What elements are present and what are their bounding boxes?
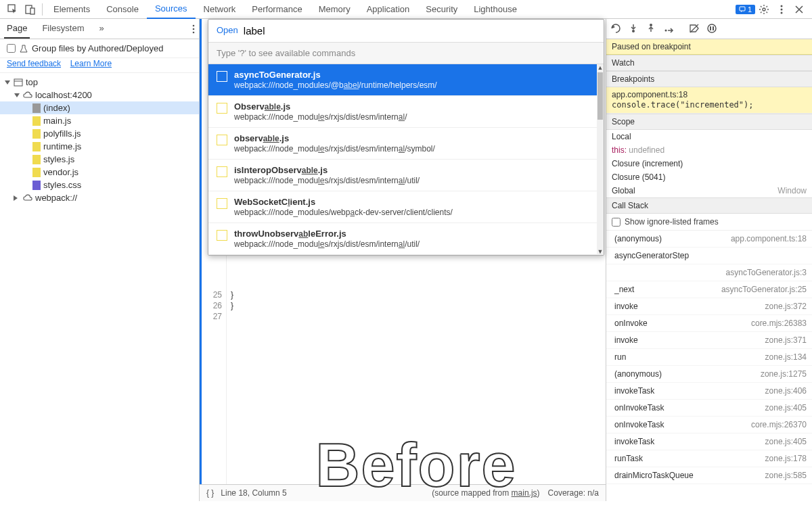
svg-line-16 — [690, 24, 698, 32]
stack-frame[interactable]: onInvokeTaskzone.js:405 — [606, 400, 812, 417]
stack-frame[interactable]: onInvokeTaskcore.mjs:26370 — [606, 417, 812, 433]
palette-item[interactable]: isInteropObservable.jswebpack:///node_mo… — [208, 160, 604, 191]
section-watch[interactable]: Watch — [606, 55, 812, 71]
nav-tab-more-icon[interactable]: » — [97, 19, 107, 39]
stack-frame[interactable]: _nextasyncToGenerator.js:25 — [606, 281, 812, 298]
more-icon[interactable] — [775, 3, 788, 16]
tree-file-styles-css[interactable]: styles.css — [0, 179, 199, 191]
tab-console[interactable]: Console — [98, 0, 147, 18]
stack-frame[interactable]: drainMicroTaskQueuezone.js:585 — [606, 467, 812, 484]
tree-host[interactable]: localhost:4200 — [0, 89, 199, 101]
cloud-icon — [23, 193, 32, 203]
step-over-icon[interactable] — [628, 23, 640, 35]
send-feedback-link[interactable]: Send feedback — [7, 59, 61, 68]
tab-sources[interactable]: Sources — [147, 0, 196, 19]
css-file-icon — [32, 181, 41, 190]
palette-item[interactable]: WebSocketClient.jswebpack:///node_module… — [208, 191, 604, 223]
file-icon — [217, 166, 227, 177]
stack-frame[interactable]: runTaskzone.js:178 — [606, 450, 812, 467]
learn-more-link[interactable]: Learn More — [70, 59, 112, 68]
tab-application[interactable]: Application — [359, 0, 418, 18]
step-into-icon[interactable] — [646, 23, 658, 35]
tree-file-index[interactable]: (index) — [0, 101, 199, 114]
palette-scrollbar[interactable]: ▲▼ — [597, 64, 604, 255]
stack-frame[interactable]: (anonymous)zone.js:1275 — [606, 366, 812, 383]
nav-tab-page[interactable]: Page — [4, 19, 30, 39]
device-toolbar-icon[interactable] — [24, 3, 37, 16]
tab-performance[interactable]: Performance — [244, 0, 310, 18]
file-tree: top localhost:4200 (index) main.js polyf… — [0, 73, 199, 207]
stack-frame[interactable]: invokeTaskzone.js:406 — [606, 383, 812, 400]
scope-closure-2[interactable]: Closure (5041) — [606, 170, 812, 184]
palette-item[interactable]: observable.jswebpack:///node_modules/rxj… — [208, 128, 604, 160]
tree-top[interactable]: top — [0, 76, 199, 89]
file-icon — [217, 71, 227, 82]
paused-banner: Paused on breakpoint — [606, 39, 812, 55]
section-breakpoints[interactable]: Breakpoints — [606, 71, 812, 87]
stack-frame[interactable]: asyncGeneratorStep — [606, 248, 812, 264]
group-files-row: Group files by Authored/Deployed — [0, 39, 199, 58]
stack-frame[interactable]: invokeTaskzone.js:405 — [606, 433, 812, 450]
show-ignore-listed[interactable]: Show ignore-listed frames — [606, 214, 812, 231]
experiment-icon — [20, 45, 28, 53]
stack-frame[interactable]: (anonymous)app.component.ts:18 — [606, 231, 812, 248]
nav-tab-filesystem[interactable]: Filesystem — [39, 19, 87, 39]
deactivate-breakpoints-icon[interactable] — [689, 23, 701, 35]
stack-frame[interactable]: asyncToGenerator.js:3 — [606, 264, 812, 281]
call-stack: (anonymous)app.component.ts:18 asyncGene… — [606, 231, 812, 501]
pretty-print-icon[interactable]: { } — [206, 488, 214, 498]
palette-item[interactable]: throwUnobservableError.jswebpack:///node… — [208, 223, 604, 255]
palette-results: asyncToGenerator.jswebpack:///node_modul… — [208, 64, 604, 255]
tree-file-runtime[interactable]: runtime.js — [0, 140, 199, 153]
separator — [42, 3, 43, 16]
tree-file-vendor[interactable]: vendor.js — [0, 166, 199, 179]
tree-webpack[interactable]: webpack:// — [0, 191, 199, 204]
step-out-icon[interactable] — [663, 23, 675, 35]
stack-frame[interactable]: onInvokecore.mjs:26383 — [606, 315, 812, 332]
settings-icon[interactable] — [758, 3, 770, 16]
inspect-element-icon[interactable] — [7, 3, 19, 16]
palette-item[interactable]: asyncToGenerator.jswebpack:///node_modul… — [208, 64, 604, 96]
palette-item[interactable]: Observable.jswebpack:///node_modules/rxj… — [208, 96, 604, 128]
group-files-label: Group files by Authored/Deployed — [32, 43, 163, 53]
tab-security[interactable]: Security — [418, 0, 466, 18]
stack-frame[interactable]: runzone.js:134 — [606, 349, 812, 366]
scope-closure-1[interactable]: Closure (increment) — [606, 157, 812, 170]
palette-hint: Type '?' to see available commands — [208, 43, 604, 64]
svg-point-8 — [193, 24, 195, 26]
tab-network[interactable]: Network — [196, 0, 244, 18]
cursor-position: Line 18, Column 5 — [221, 488, 286, 498]
nav-more-icon[interactable] — [192, 24, 195, 34]
svg-point-5 — [781, 5, 783, 7]
svg-point-17 — [708, 24, 716, 32]
stack-frame[interactable]: invokezone.js:371 — [606, 332, 812, 349]
tree-file-polyfills[interactable]: polyfills.js — [0, 127, 199, 140]
ignore-checkbox[interactable] — [612, 218, 621, 227]
scope-local[interactable]: Local — [606, 130, 812, 143]
breakpoint-item[interactable]: app.component.ts:18 console.trace("incre… — [606, 87, 812, 114]
overlay-watermark: Before — [315, 460, 516, 471]
palette-input[interactable] — [244, 25, 595, 37]
tree-file-main[interactable]: main.js — [0, 114, 199, 127]
tab-memory[interactable]: Memory — [311, 0, 359, 18]
scope-global[interactable]: GlobalWindow — [606, 184, 812, 197]
js-file-icon — [32, 155, 41, 164]
scope-this: this: undefined — [606, 143, 812, 157]
svg-point-10 — [193, 31, 195, 33]
svg-rect-18 — [710, 26, 711, 30]
resume-icon[interactable] — [610, 23, 623, 35]
tab-elements[interactable]: Elements — [45, 0, 98, 18]
svg-point-15 — [665, 29, 667, 31]
pause-exceptions-icon[interactable] — [706, 23, 719, 35]
stack-frame[interactable]: invokezone.js:372 — [606, 298, 812, 315]
palette-mode: Open — [217, 25, 238, 37]
tree-file-styles-js[interactable]: styles.js — [0, 153, 199, 166]
editor-panel: 25 26 27 } } Before Open Type '?' to see… — [200, 19, 606, 501]
close-icon[interactable] — [793, 3, 805, 16]
group-files-checkbox[interactable] — [7, 44, 16, 53]
tab-lighthouse[interactable]: Lighthouse — [466, 0, 525, 18]
issues-badge[interactable]: 1 — [736, 5, 755, 14]
section-callstack[interactable]: Call Stack — [606, 197, 812, 214]
section-scope[interactable]: Scope — [606, 114, 812, 130]
svg-point-6 — [781, 8, 783, 10]
